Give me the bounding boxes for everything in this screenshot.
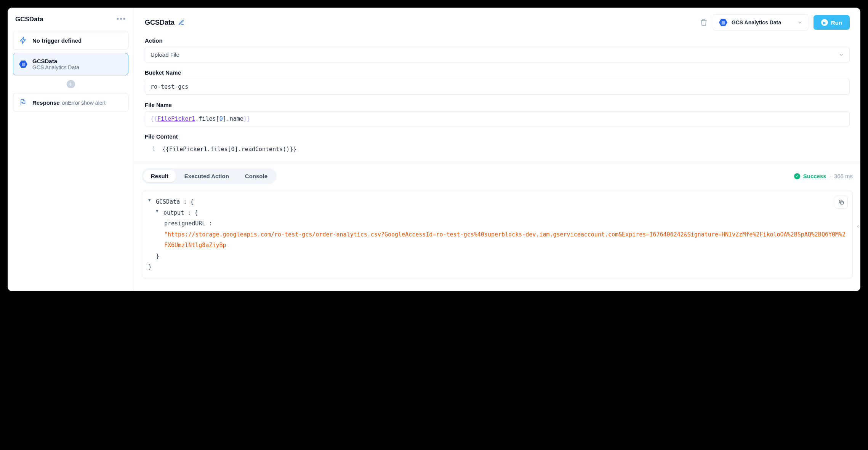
resource-select[interactable]: ▤ GCS Analytics Data — [713, 14, 808, 30]
form-body: Action Upload File Bucket Name ro-test-g… — [134, 34, 860, 159]
run-button[interactable]: ▶ Run — [814, 15, 850, 30]
sidebar-title: GCSData — [15, 16, 43, 23]
tabs-pill: Result Executed Action Console — [142, 168, 277, 184]
filename-input[interactable]: {{FilePicker1.files[0].name}} — [145, 111, 850, 126]
action-label: Action — [145, 37, 850, 44]
tree-close-root: } — [148, 262, 846, 273]
flag-icon — [19, 98, 28, 107]
bucket-input[interactable]: ro-test-gcs — [145, 79, 850, 95]
caret-down-icon[interactable]: ▼ — [156, 207, 161, 215]
gcs-hex-icon: ▤ — [19, 60, 28, 69]
filecontent-code: {{FilePicker1.files[0].readContents()}} — [162, 146, 296, 153]
edit-icon[interactable] — [178, 19, 184, 26]
status: ✓ Success · 366 ms — [794, 173, 853, 179]
bucket-label: Bucket Name — [145, 69, 850, 76]
status-text: Success — [803, 173, 826, 179]
bucket-value: ro-test-gcs — [151, 83, 188, 90]
chevron-down-icon — [797, 20, 802, 25]
action-select[interactable]: Upload File — [145, 47, 850, 62]
tree-output[interactable]: ▼ output : { — [148, 207, 846, 219]
trigger-label: No trigger defined — [32, 37, 82, 44]
tree-close-output: } — [148, 251, 846, 262]
filename-label: File Name — [145, 102, 850, 108]
tabs-row: Result Executed Action Console ✓ Success… — [142, 168, 853, 184]
tree-root[interactable]: ▼ GCSData : { — [148, 196, 846, 207]
filename-field: File Name {{FilePicker1.files[0].name}} — [145, 102, 850, 126]
step-node-gcsdata[interactable]: ▤ GCSData GCS Analytics Data — [13, 53, 128, 75]
tab-executed-action[interactable]: Executed Action — [177, 170, 237, 182]
line-number: 1 — [145, 146, 155, 153]
play-icon: ▶ — [821, 19, 828, 26]
results-region: Result Executed Action Console ✓ Success… — [134, 162, 860, 284]
action-value: Upload File — [151, 51, 179, 58]
tree-presigned-key: presignedURL : — [148, 218, 846, 229]
tab-console[interactable]: Console — [237, 170, 275, 182]
trash-icon[interactable] — [700, 19, 708, 26]
step-title: GCSData — [32, 58, 79, 64]
collapse-handle-icon[interactable]: ‹ — [857, 223, 859, 229]
tab-result[interactable]: Result — [143, 170, 176, 182]
response-label: Response — [32, 99, 60, 106]
chevron-down-icon — [839, 52, 844, 57]
caret-down-icon[interactable]: ▼ — [148, 196, 154, 204]
gcs-hex-icon-small: ▤ — [719, 18, 728, 27]
success-check-icon: ✓ — [794, 173, 800, 179]
tree-presigned-value: "https://storage.googleapis.com/ro-test-… — [148, 229, 846, 251]
trigger-node[interactable]: No trigger defined — [13, 31, 128, 50]
sidebar: GCSData ••• No trigger defined ▤ GCSData… — [8, 8, 134, 291]
run-label: Run — [831, 19, 842, 26]
bucket-field: Bucket Name ro-test-gcs — [145, 69, 850, 95]
response-node[interactable]: Response onError show alert — [13, 93, 128, 112]
result-panel: ▼ GCSData : { ▼ output : { presignedURL … — [142, 191, 853, 278]
filecontent-editor[interactable]: 1 {{FilePicker1.files[0].readContents()}… — [145, 143, 850, 156]
action-field: Action Upload File — [145, 37, 850, 62]
app-window: GCSData ••• No trigger defined ▤ GCSData… — [8, 8, 860, 291]
copy-button[interactable] — [835, 196, 848, 209]
main-panel: GCSData ▤ GCS Analytics Data — [134, 8, 860, 291]
resource-label: GCS Analytics Data — [732, 19, 781, 26]
filecontent-label: File Content — [145, 133, 850, 140]
filecontent-field: File Content 1 {{FilePicker1.files[0].re… — [145, 133, 850, 156]
main-header: GCSData ▤ GCS Analytics Data — [134, 8, 860, 34]
response-detail: onError show alert — [62, 100, 106, 106]
page-title: GCSData — [145, 19, 175, 27]
bolt-icon — [19, 36, 28, 45]
add-step-button[interactable]: + — [67, 80, 75, 88]
step-subtitle: GCS Analytics Data — [32, 64, 79, 70]
sidebar-header: GCSData ••• — [13, 15, 128, 28]
status-time: 366 ms — [834, 173, 853, 179]
more-icon[interactable]: ••• — [117, 15, 126, 23]
